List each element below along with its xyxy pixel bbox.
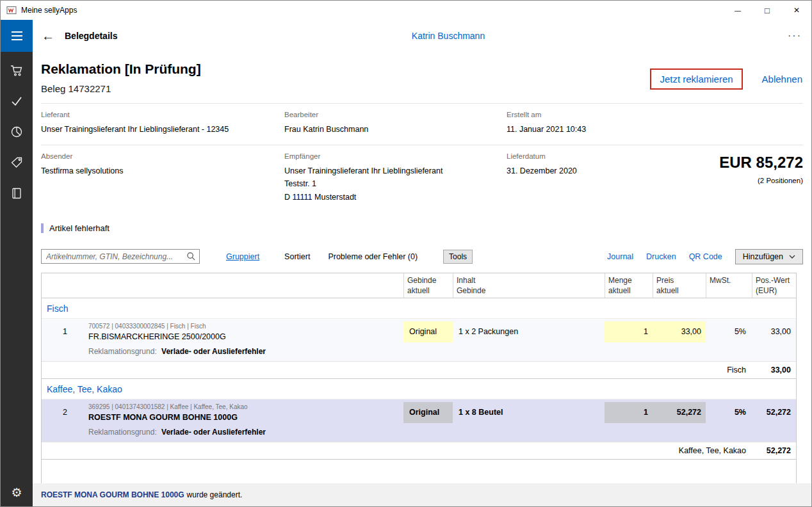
- maximize-button[interactable]: □: [752, 1, 782, 20]
- group-footer-label: Fisch: [42, 362, 752, 378]
- cart-icon: [10, 64, 23, 77]
- mwst-cell: 5%: [706, 399, 752, 426]
- gear-icon: ⚙: [11, 485, 22, 500]
- field-value: Testfirma sellysolutions: [41, 165, 284, 178]
- sidebar-item-offers[interactable]: [1, 152, 33, 173]
- page-title: Belegdetails: [65, 31, 117, 41]
- main-content: Reklamation [In Prüfung] Beleg 14732271 …: [33, 52, 811, 483]
- row-number: 2: [42, 399, 72, 426]
- article-name: ROESTF MONA GOURM BOHNE 1000G: [88, 413, 238, 422]
- search-input[interactable]: [41, 249, 200, 264]
- reason-value: Verlade- oder Auslieferfehler: [161, 347, 266, 356]
- article-cell: 369295 | 04013743001582 | Kaffee | Kaffe…: [72, 399, 403, 426]
- group-footer-value: 52,272: [752, 442, 796, 459]
- header-cell-preis: Preis aktuell: [653, 273, 706, 298]
- reason-row: Reklamationsgrund: Verlade- oder Auslief…: [42, 345, 796, 362]
- pie-chart-icon: [10, 125, 23, 138]
- group-header: Kaffee, Tee, Kakao: [42, 379, 796, 399]
- empfaenger-line: Teststr. 1: [284, 177, 507, 191]
- menge-cell: 1: [605, 321, 653, 342]
- drucken-link[interactable]: Drucken: [646, 252, 676, 261]
- sidebar-items: [1, 52, 33, 204]
- reject-button[interactable]: Ablehnen: [762, 74, 802, 84]
- empfaenger-line: D 11111 Musterstadt: [284, 191, 507, 204]
- header-cell-article: [72, 273, 403, 298]
- sidebar-item-statistics[interactable]: [1, 121, 33, 143]
- header-cell-wert: Pos.-Wert (EUR): [752, 273, 796, 298]
- hinzufuegen-label: Hinzufügen: [743, 252, 783, 261]
- field-value: Unser Trainingslieferant Ihr Lieblingsli…: [41, 123, 284, 136]
- header-cell-menge: Menge aktuell: [605, 273, 653, 298]
- header-cell-num: [42, 273, 72, 298]
- sidebar-item-approvals[interactable]: [1, 90, 33, 112]
- window-title: Meine sellyApps: [21, 6, 723, 15]
- status-text: wurde geändert.: [187, 490, 243, 499]
- total-amount: EUR 85,272: [660, 154, 803, 172]
- field-lieferdatum: Lieferdatum 31. Dezember 2020: [507, 152, 660, 204]
- titlebar: Meine sellyApps — □ ✕: [1, 1, 811, 20]
- article-meta: 700572 | 04033300002845 | Fisch | Fisch: [88, 323, 206, 330]
- header-cell-inhalt: Inhalt Gebinde: [453, 273, 605, 298]
- journal-link[interactable]: Journal: [607, 252, 633, 261]
- more-options-button[interactable]: ···: [788, 30, 802, 42]
- flag-note: Artikel fehlerhaft: [49, 223, 110, 233]
- positions-table: Gebinde aktuell Inhalt Gebinde Menge akt…: [41, 273, 797, 484]
- document-header: Reklamation [In Prüfung] Beleg 14732271 …: [41, 52, 803, 103]
- group-header-row: Kaffee, Tee, Kakao: [42, 379, 796, 399]
- group-footer-row: Fisch 33,00: [42, 362, 796, 379]
- book-icon: [10, 187, 23, 200]
- close-icon: ✕: [793, 6, 800, 15]
- reclaim-now-button[interactable]: Jetzt reklamieren: [650, 68, 742, 90]
- menge-cell: 1: [605, 402, 653, 423]
- hinzufuegen-button[interactable]: Hinzufügen: [735, 249, 803, 264]
- user-link[interactable]: Katrin Buschmann: [412, 31, 485, 41]
- sortiert-toggle[interactable]: Sortiert: [284, 252, 310, 261]
- app-window: Meine sellyApps — □ ✕ ← Belegdetails Kat…: [0, 0, 812, 507]
- sidebar-item-catalog[interactable]: [1, 182, 33, 204]
- document-total: EUR 85,272 (2 Positionen): [660, 152, 803, 204]
- search-icon[interactable]: [186, 252, 196, 261]
- more-icon: ···: [788, 30, 802, 41]
- field-label: Lieferdatum: [507, 152, 660, 160]
- document-title: Reklamation [In Prüfung]: [41, 61, 201, 77]
- back-button[interactable]: ←: [42, 29, 54, 42]
- empfaenger-line: Unser Trainingslieferant Ihr Lieblingsli…: [284, 165, 507, 178]
- app-header: ← Belegdetails Katrin Buschmann ···: [1, 20, 811, 52]
- gruppiert-toggle[interactable]: Gruppiert: [226, 252, 259, 261]
- back-icon: ←: [42, 29, 54, 43]
- table-row-selected[interactable]: 2 369295 | 04013743001582 | Kaffee | Kaf…: [42, 399, 796, 426]
- hamburger-menu-button[interactable]: [1, 20, 33, 52]
- field-value: Frau Katrin Buschmann: [284, 123, 507, 136]
- search-box: [41, 249, 200, 264]
- group-footer-value: 33,00: [752, 362, 796, 378]
- wert-cell: 52,272: [752, 399, 796, 426]
- wert-cell: 33,00: [752, 319, 796, 345]
- group-header-row: Fisch: [42, 298, 796, 319]
- field-value: Unser Trainingslieferant Ihr Lieblingsli…: [284, 165, 507, 204]
- list-toolbar: Gruppiert Sortiert Probleme oder Fehler …: [41, 249, 803, 264]
- tag-icon: [10, 156, 23, 169]
- minimize-button[interactable]: —: [723, 1, 752, 20]
- reason-label: Reklamationsgrund:: [88, 428, 157, 437]
- qr-code-link[interactable]: QR Code: [689, 252, 722, 261]
- field-erstellt-am: Erstellt am 11. Januar 2021 10:43: [507, 111, 660, 136]
- sidebar-item-settings[interactable]: ⚙: [1, 481, 33, 503]
- document-number: Beleg 14732271: [41, 83, 201, 94]
- probleme-filter[interactable]: Probleme oder Fehler (0): [328, 252, 418, 261]
- close-button[interactable]: ✕: [782, 1, 811, 20]
- article-name: FR.BISMARCKHERINGE 2500/2000G: [88, 332, 226, 341]
- table-row[interactable]: 1 700572 | 04033300002845 | Fisch | Fisc…: [42, 319, 796, 345]
- field-label: Absender: [41, 152, 284, 160]
- tools-button[interactable]: Tools: [443, 250, 473, 264]
- sidebar-item-orders[interactable]: [1, 60, 33, 81]
- field-absender: Absender Testfirma sellysolutions: [41, 152, 284, 204]
- app-icon: [6, 5, 17, 15]
- field-bearbeiter: Bearbeiter Frau Katrin Buschmann: [284, 111, 507, 136]
- field-label: Empfänger: [284, 152, 507, 160]
- group-footer-row: Kaffee, Tee, Kakao 52,272: [42, 442, 796, 460]
- flag-accent-bar: [41, 223, 44, 233]
- toolbar-right: Journal Drucken QR Code Hinzufügen: [607, 249, 803, 264]
- field-label: Erstellt am: [507, 111, 660, 118]
- group-footer-label: Kaffee, Tee, Kakao: [42, 442, 752, 459]
- field-lieferant: Lieferant Unser Trainingslieferant Ihr L…: [41, 111, 284, 136]
